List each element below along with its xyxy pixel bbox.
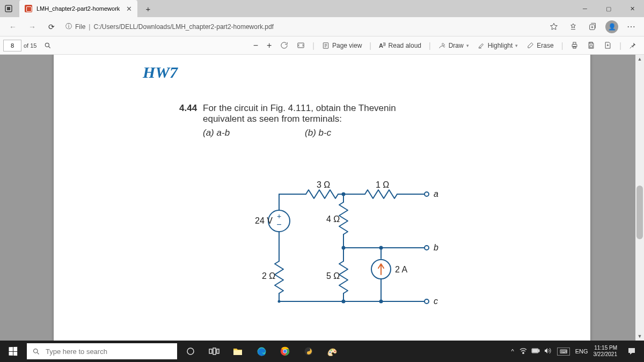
info-icon: ⓘ	[65, 22, 72, 31]
svg-point-23	[278, 300, 281, 303]
edge-icon[interactable]	[250, 341, 273, 362]
favorite-star-icon[interactable]	[545, 18, 562, 35]
taskbar-apps	[179, 341, 343, 362]
draw-label: Draw	[449, 42, 464, 49]
windows-logo-icon	[9, 347, 17, 356]
svg-point-3	[46, 43, 49, 47]
page-view-label: Page view	[332, 42, 362, 49]
erase-button[interactable]: Erase	[522, 40, 558, 51]
save-button[interactable]	[583, 39, 599, 51]
notifications-icon[interactable]	[623, 347, 641, 356]
clock[interactable]: 11:15 PM 3/22/2021	[594, 345, 618, 358]
fit-page-button[interactable]	[292, 39, 309, 51]
zoom-out-button[interactable]: −	[249, 39, 262, 53]
svg-point-11	[425, 192, 429, 196]
pin-toolbar-button[interactable]	[625, 40, 641, 51]
chrome-icon[interactable]	[274, 341, 296, 362]
window-titlebar: LMH_chapter2-part2-homework ✕ + ─ ▢ ✕	[0, 0, 644, 17]
url-prefix: File	[75, 23, 85, 31]
scroll-thumb[interactable]	[636, 186, 643, 239]
read-aloud-label: Read aloud	[389, 42, 421, 49]
window-close-button[interactable]: ✕	[620, 0, 644, 17]
system-tray: ^ ⌨ ENG 11:15 PM 3/22/2021	[511, 345, 644, 358]
refresh-button[interactable]: ⟳	[43, 18, 60, 35]
volume-icon[interactable]	[544, 348, 552, 356]
start-button[interactable]	[0, 341, 26, 362]
scroll-up-button[interactable]: ▲	[635, 55, 644, 63]
draw-button[interactable]: Draw ▾	[434, 40, 473, 51]
task-view-icon[interactable]	[203, 341, 225, 362]
svg-point-35	[330, 352, 331, 353]
page-view-button[interactable]: Page view	[318, 40, 366, 51]
svg-text:−: −	[276, 220, 281, 229]
windows-taskbar: Type here to search ^ ⌨ ENG 11:15 PM 3/2…	[0, 341, 644, 362]
time-label: 11:15 PM	[594, 345, 618, 351]
cortana-icon[interactable]	[179, 341, 202, 362]
collections-icon[interactable]	[584, 18, 601, 35]
window-minimize-button[interactable]: ─	[573, 0, 597, 17]
svg-point-21	[342, 300, 345, 303]
rotate-button[interactable]	[276, 39, 292, 51]
browser-tab[interactable]: LMH_chapter2-part2-homework ✕	[19, 0, 137, 17]
tab-title: LMH_chapter2-part2-homework	[36, 5, 120, 12]
keyboard-layout-icon[interactable]: ⌨	[557, 348, 570, 356]
app-icon[interactable]	[297, 341, 320, 362]
tray-chevron-icon[interactable]: ^	[511, 348, 514, 354]
svg-point-22	[380, 300, 383, 303]
isrc-label: 2 A	[395, 265, 407, 274]
svg-rect-10	[590, 46, 592, 48]
paint-icon[interactable]	[321, 341, 343, 362]
zoom-in-button[interactable]: +	[262, 39, 276, 53]
forward-button[interactable]: →	[24, 18, 41, 35]
r3-label: 4 Ω	[326, 215, 340, 224]
svg-rect-42	[532, 349, 538, 352]
file-explorer-icon[interactable]	[226, 341, 249, 362]
svg-point-38	[334, 351, 336, 352]
vsrc-label: 24 V	[255, 216, 273, 225]
pdf-page: HW7 4.44 For the circuit in Fig. 4.111, …	[54, 55, 590, 341]
svg-point-33	[283, 350, 287, 353]
tab-close-button[interactable]: ✕	[126, 5, 132, 13]
highlight-label: Highlight	[488, 42, 513, 49]
battery-icon[interactable]	[531, 348, 540, 356]
profile-button[interactable]: 👤	[603, 18, 620, 35]
vertical-scrollbar[interactable]: ▲ ▼	[635, 55, 644, 341]
terminal-c: c	[434, 297, 438, 306]
svg-text:+: +	[277, 212, 281, 220]
new-tab-button[interactable]: +	[141, 1, 156, 16]
svg-point-20	[380, 247, 383, 249]
page-number-input[interactable]	[3, 40, 21, 51]
problem-parts: (a) a-b (b) b-c	[203, 128, 566, 138]
svg-rect-1	[7, 7, 10, 10]
url-display[interactable]: ⓘ File | C:/Users/DELL/Downloads/LMH_cha…	[65, 22, 274, 31]
avatar-icon: 👤	[605, 20, 618, 33]
browser-addressbar: ← → ⟳ ⓘ File | C:/Users/DELL/Downloads/L…	[0, 17, 644, 36]
r1-label: 3 Ω	[317, 180, 330, 189]
browser-menu-button[interactable]: ⋯	[623, 18, 640, 35]
read-aloud-button[interactable]: A)) Read aloud	[375, 40, 426, 51]
taskbar-search[interactable]: Type here to search	[27, 343, 177, 359]
window-maximize-button[interactable]: ▢	[597, 0, 620, 17]
language-indicator[interactable]: ENG	[575, 348, 588, 354]
terminal-a: a	[434, 189, 438, 198]
save-as-button[interactable]	[599, 39, 616, 51]
svg-point-15	[425, 299, 429, 304]
svg-rect-27	[213, 348, 216, 354]
back-button[interactable]: ←	[4, 18, 21, 35]
highlight-button[interactable]: Highlight ▾	[473, 40, 523, 51]
favorites-list-icon[interactable]	[565, 18, 582, 35]
svg-point-24	[34, 349, 38, 353]
page-total-label: of 15	[24, 42, 36, 49]
svg-rect-6	[572, 45, 577, 47]
pdf-viewport[interactable]: HW7 4.44 For the circuit in Fig. 4.111, …	[0, 55, 644, 341]
scroll-down-button[interactable]: ▼	[635, 332, 644, 341]
svg-point-39	[523, 353, 524, 354]
print-button[interactable]	[566, 39, 583, 51]
svg-point-16	[425, 246, 429, 250]
wifi-icon[interactable]	[519, 348, 527, 356]
r2-label: 1 Ω	[376, 180, 389, 189]
problem-number: 4.44	[179, 103, 203, 114]
page-search-button[interactable]	[40, 40, 56, 51]
svg-point-19	[342, 247, 345, 249]
r5-label: 5 Ω	[326, 271, 340, 280]
